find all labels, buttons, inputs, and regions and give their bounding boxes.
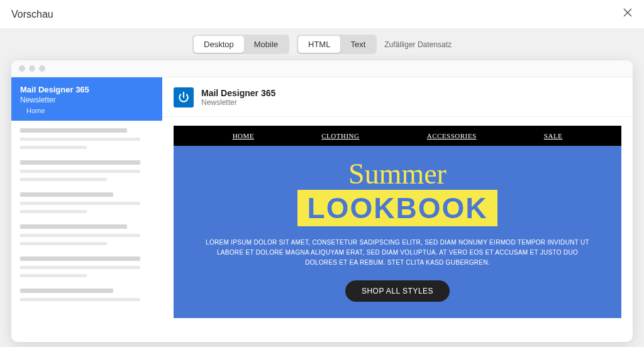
email-nav: HOME CLOTHING ACCESSORIES SALE bbox=[174, 126, 621, 146]
email-nav-clothing[interactable]: CLOTHING bbox=[321, 132, 359, 140]
skeleton-line bbox=[20, 170, 140, 173]
content-meta: Mail Designer 365 Newsletter bbox=[201, 88, 275, 107]
list-item[interactable] bbox=[20, 256, 153, 277]
power-icon bbox=[177, 91, 190, 104]
modal-header: Vorschau bbox=[0, 0, 644, 28]
skeleton-line bbox=[20, 138, 140, 141]
skeleton-line bbox=[20, 234, 140, 237]
device-desktop-button[interactable]: Desktop bbox=[194, 36, 244, 53]
window-body: Mail Designer 365 Newsletter Home bbox=[11, 77, 633, 342]
sender-avatar bbox=[174, 87, 194, 107]
list-item[interactable] bbox=[20, 192, 153, 213]
content-title: Mail Designer 365 bbox=[201, 88, 275, 98]
skeleton-line bbox=[20, 146, 87, 149]
hero-summer-text: Summer bbox=[205, 160, 590, 189]
window-chrome bbox=[11, 60, 633, 77]
sidebar-home: Home bbox=[20, 107, 153, 114]
preview-toolbar: Desktop Mobile HTML Text Zufälliger Date… bbox=[0, 28, 644, 60]
email-nav-accessories[interactable]: ACCESSORIES bbox=[427, 132, 477, 140]
preview-window: Mail Designer 365 Newsletter Home bbox=[11, 60, 633, 342]
shop-all-button[interactable]: SHOP ALL STYLES bbox=[345, 280, 450, 302]
list-item[interactable] bbox=[20, 224, 153, 245]
sidebar: Mail Designer 365 Newsletter Home bbox=[11, 77, 162, 342]
sidebar-header[interactable]: Mail Designer 365 Newsletter Home bbox=[11, 77, 162, 121]
modal-title: Vorschau bbox=[11, 9, 53, 20]
email-hero: Summer LOOKBOOK LOREM IPSUM DOLOR SIT AM… bbox=[174, 146, 621, 318]
format-html-button[interactable]: HTML bbox=[298, 36, 340, 53]
random-dataset-link[interactable]: Zufälliger Datensatz bbox=[384, 40, 452, 49]
skeleton-line bbox=[20, 128, 127, 133]
content-subtitle: Newsletter bbox=[201, 98, 275, 107]
email-nav-sale[interactable]: SALE bbox=[544, 132, 563, 140]
traffic-dot bbox=[19, 65, 25, 72]
skeleton-line bbox=[20, 274, 87, 277]
skeleton-line bbox=[20, 266, 140, 269]
skeleton-line bbox=[20, 178, 107, 181]
traffic-dot bbox=[39, 65, 45, 72]
skeleton-line bbox=[20, 210, 87, 213]
main-content: Mail Designer 365 Newsletter HOME CLOTHI… bbox=[162, 77, 633, 342]
format-text-button[interactable]: Text bbox=[340, 36, 375, 53]
content-header: Mail Designer 365 Newsletter bbox=[162, 77, 633, 117]
sidebar-subtitle: Newsletter bbox=[20, 96, 153, 104]
hero-lookbook-text: LOOKBOOK bbox=[297, 190, 498, 226]
skeleton-line bbox=[20, 289, 113, 293]
list-item[interactable] bbox=[20, 289, 153, 301]
email-nav-home[interactable]: HOME bbox=[233, 132, 254, 140]
sidebar-title: Mail Designer 365 bbox=[20, 85, 153, 94]
device-mobile-button[interactable]: Mobile bbox=[244, 36, 288, 53]
skeleton-line bbox=[20, 256, 140, 261]
skeleton-line bbox=[20, 160, 140, 165]
email-body: HOME CLOTHING ACCESSORIES SALE Summer LO… bbox=[162, 117, 633, 342]
list-item[interactable] bbox=[20, 160, 153, 181]
format-toggle: HTML Text bbox=[297, 35, 377, 54]
close-icon[interactable] bbox=[623, 8, 633, 21]
list-item[interactable] bbox=[20, 128, 153, 149]
sidebar-list bbox=[11, 121, 162, 320]
hero-paragraph: LOREM IPSUM DOLOR SIT AMET, CONSETETUR S… bbox=[205, 238, 590, 268]
traffic-dot bbox=[29, 65, 35, 72]
skeleton-line bbox=[20, 202, 140, 205]
skeleton-line bbox=[20, 242, 107, 245]
skeleton-line bbox=[20, 192, 113, 197]
device-toggle: Desktop Mobile bbox=[192, 35, 289, 54]
skeleton-line bbox=[20, 298, 140, 301]
skeleton-line bbox=[20, 224, 127, 229]
traffic-lights bbox=[19, 65, 625, 72]
